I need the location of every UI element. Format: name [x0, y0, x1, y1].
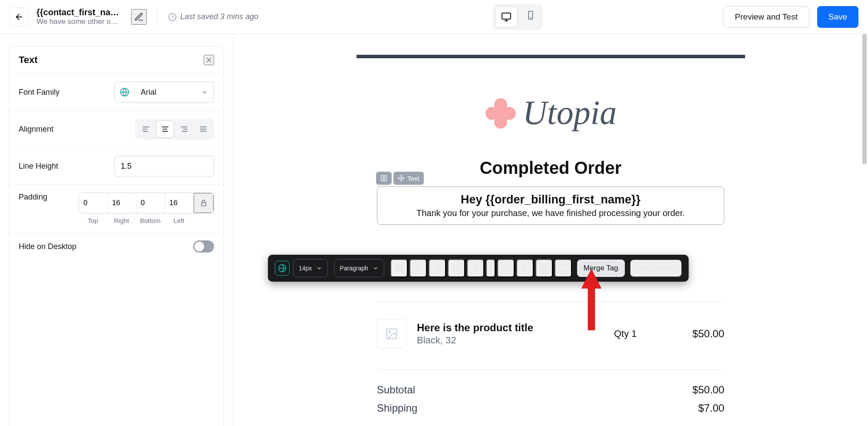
preview-test-button[interactable]: Preview and Test [723, 6, 809, 28]
selected-text-block[interactable]: Text Hey {{order_billing_first_name}} Th… [377, 186, 724, 225]
email-header-bar [356, 55, 745, 58]
padding-left-input[interactable] [165, 193, 194, 213]
hide-desktop-label: Hide on Desktop [19, 242, 76, 251]
panel-title: Text [19, 54, 38, 66]
side-panel: Text Font Family Arial Alignment [0, 34, 233, 426]
highlight-button[interactable]: A [535, 259, 553, 277]
logo: Utopia [355, 93, 746, 132]
link-button[interactable] [497, 259, 515, 277]
chevron-down-icon [488, 265, 494, 271]
bold-button[interactable]: B [390, 259, 408, 277]
toolbar-globe-button[interactable] [275, 261, 290, 276]
underline-button[interactable]: U [429, 259, 446, 277]
panel-close-button[interactable] [204, 55, 214, 65]
shipping-label: Shipping [377, 402, 417, 414]
bg-color-button[interactable] [554, 259, 572, 277]
divider [157, 8, 158, 26]
chevron-down-icon [201, 88, 208, 96]
font-family-value: Arial [135, 88, 195, 97]
product-price: $50.00 [672, 328, 724, 340]
product-qty: Qty 1 [614, 328, 662, 339]
padding-inputs [79, 193, 214, 213]
pencil-icon [134, 12, 144, 22]
columns-icon [380, 175, 387, 182]
thanks-line[interactable]: Thank you for your purchase, we have fin… [388, 208, 713, 218]
padding-lock-button[interactable] [194, 193, 214, 213]
align-center-button[interactable] [156, 120, 174, 138]
globe-icon [120, 87, 129, 97]
italic-button[interactable]: I [409, 259, 427, 277]
autosave-status: Last saved 3 mins ago [168, 12, 258, 21]
align-right-icon [180, 125, 188, 133]
smartphone-icon [526, 10, 535, 20]
shipping-value: $7.00 [698, 402, 724, 414]
scrollbar[interactable] [862, 34, 867, 164]
circle-icon [558, 263, 568, 273]
chevron-down-icon [316, 265, 322, 271]
monitor-icon [501, 12, 512, 22]
image-icon [385, 327, 398, 340]
pad-label-right: Right [107, 217, 136, 224]
save-button[interactable]: Save [817, 6, 858, 28]
desktop-view-button[interactable] [495, 7, 518, 27]
align-justify-button[interactable] [194, 120, 212, 138]
annotation-arrow [581, 269, 602, 334]
back-button[interactable] [10, 7, 29, 27]
subtotal-label: Subtotal [377, 384, 415, 396]
svg-rect-2 [502, 13, 511, 19]
font-size-select[interactable]: 14px [293, 259, 328, 277]
text-color-button[interactable] [516, 259, 534, 277]
padding-top-input[interactable] [79, 193, 108, 213]
close-icon [205, 56, 213, 64]
align-justify-icon [199, 125, 208, 133]
line-height-input[interactable] [114, 156, 214, 176]
hide-desktop-toggle[interactable] [193, 240, 214, 253]
font-size-value: 14px [299, 265, 312, 272]
align-left-icon [142, 125, 150, 133]
product-row: Here is the product title Black, 32 Qty … [377, 319, 724, 349]
alignment-label: Alignment [19, 125, 53, 134]
lock-icon [200, 199, 208, 207]
padding-label: Padding [19, 193, 47, 202]
line-height-label: Line Height [19, 162, 58, 171]
link-icon [502, 264, 510, 273]
title-line-2: We have some other o… [36, 17, 123, 26]
columns-tag[interactable] [376, 172, 392, 185]
arrow-left-icon [14, 12, 24, 22]
globe-icon [278, 264, 287, 273]
link-trigger-button[interactable]: Link Trigger [630, 260, 682, 277]
product-image-placeholder [377, 319, 406, 349]
canvas: Utopia Completed Order Text Hey {{order_… [233, 34, 868, 426]
hey-line[interactable]: Hey {{order_billing_first_name}} [388, 193, 713, 206]
font-family-select[interactable]: Arial [114, 82, 214, 103]
bucket-button[interactable] [448, 259, 465, 277]
rename-button[interactable] [131, 9, 147, 25]
padding-right-input[interactable] [108, 193, 136, 213]
align-left-button[interactable] [137, 120, 155, 138]
strike-more-button[interactable] [486, 259, 495, 277]
bucket-icon [452, 264, 461, 273]
block-type-select[interactable]: Paragraph [334, 259, 384, 277]
title-line-1: {{contact_first_nam… [36, 7, 123, 17]
subtotal-value: $50.00 [693, 384, 724, 396]
richtext-toolbar: 14px Paragraph B I U S A Merge Tag Link … [268, 255, 689, 282]
autosave-text: Last saved 3 mins ago [180, 12, 258, 21]
product-variant: Black, 32 [417, 335, 604, 346]
strikethrough-button[interactable]: S [467, 259, 484, 277]
mobile-view-button[interactable] [519, 5, 542, 26]
svg-rect-24 [381, 176, 383, 181]
block-type-value: Paragraph [340, 265, 368, 272]
svg-point-33 [559, 264, 567, 272]
text-block-tag-label: Text [407, 175, 419, 182]
font-family-label: Font Family [19, 88, 59, 97]
clock-icon [168, 13, 177, 21]
svg-rect-23 [201, 203, 206, 206]
text-color-icon [521, 264, 529, 273]
align-right-button[interactable] [175, 120, 193, 138]
padding-bottom-input[interactable] [136, 193, 165, 213]
pad-label-bottom: Bottom [136, 217, 165, 224]
text-block-tag[interactable]: Text [393, 172, 424, 185]
pad-label-left: Left [165, 217, 193, 224]
topbar: {{contact_first_nam… We have some other … [0, 0, 868, 34]
svg-marker-34 [581, 269, 602, 330]
